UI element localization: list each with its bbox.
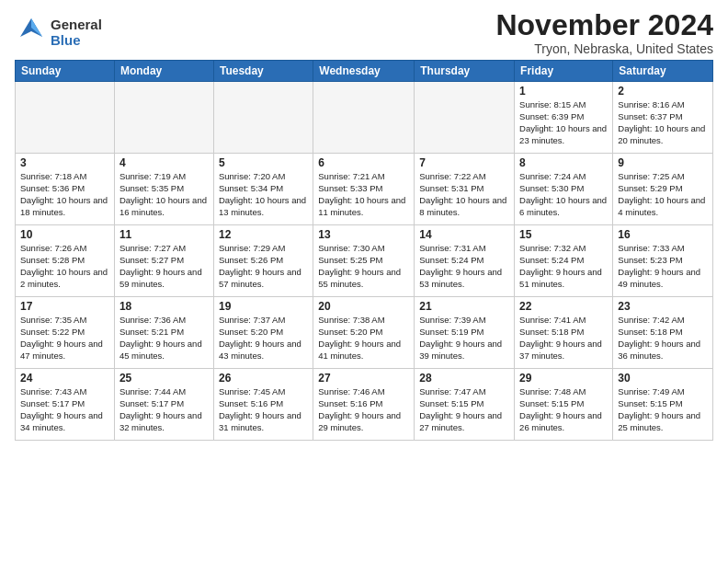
day-info: Sunrise: 7:43 AM Sunset: 5:17 PM Dayligh… <box>20 386 109 433</box>
table-row <box>415 82 515 154</box>
calendar-week-row: 17Sunrise: 7:35 AM Sunset: 5:22 PM Dayli… <box>16 297 713 369</box>
day-info: Sunrise: 8:16 AM Sunset: 6:37 PM Dayligh… <box>618 99 708 146</box>
table-row: 2Sunrise: 8:16 AM Sunset: 6:37 PM Daylig… <box>613 82 713 154</box>
day-number: 3 <box>20 156 109 169</box>
day-info: Sunrise: 7:19 AM Sunset: 5:35 PM Dayligh… <box>119 171 209 218</box>
day-info: Sunrise: 7:29 AM Sunset: 5:26 PM Dayligh… <box>219 243 308 290</box>
day-number: 15 <box>519 228 608 241</box>
calendar-week-row: 24Sunrise: 7:43 AM Sunset: 5:17 PM Dayli… <box>16 369 713 441</box>
day-number: 27 <box>318 372 409 385</box>
day-info: Sunrise: 7:39 AM Sunset: 5:19 PM Dayligh… <box>419 315 509 362</box>
table-row: 30Sunrise: 7:49 AM Sunset: 5:15 PM Dayli… <box>613 369 713 441</box>
calendar: Sunday Monday Tuesday Wednesday Thursday… <box>15 60 713 441</box>
day-info: Sunrise: 7:27 AM Sunset: 5:27 PM Dayligh… <box>119 243 209 290</box>
day-info: Sunrise: 7:41 AM Sunset: 5:18 PM Dayligh… <box>519 315 608 362</box>
day-number: 12 <box>219 228 308 241</box>
table-row <box>313 82 415 154</box>
calendar-week-row: 3Sunrise: 7:18 AM Sunset: 5:36 PM Daylig… <box>16 154 713 225</box>
day-number: 13 <box>318 228 409 241</box>
day-number: 11 <box>119 228 209 241</box>
day-number: 26 <box>219 372 308 385</box>
day-info: Sunrise: 7:20 AM Sunset: 5:34 PM Dayligh… <box>219 171 308 218</box>
table-row: 15Sunrise: 7:32 AM Sunset: 5:24 PM Dayli… <box>515 225 613 297</box>
day-number: 14 <box>419 228 509 241</box>
table-row: 23Sunrise: 7:42 AM Sunset: 5:18 PM Dayli… <box>613 297 713 369</box>
col-monday: Monday <box>114 61 213 82</box>
day-number: 7 <box>419 156 509 169</box>
table-row: 20Sunrise: 7:38 AM Sunset: 5:20 PM Dayli… <box>313 297 415 369</box>
day-number: 18 <box>119 300 209 313</box>
day-number: 22 <box>519 300 608 313</box>
day-info: Sunrise: 7:25 AM Sunset: 5:29 PM Dayligh… <box>618 171 708 218</box>
day-number: 25 <box>119 372 209 385</box>
title-block: November 2024 Tryon, Nebraska, United St… <box>495 9 713 56</box>
day-number: 23 <box>618 300 708 313</box>
day-number: 1 <box>519 85 608 98</box>
day-info: Sunrise: 7:48 AM Sunset: 5:15 PM Dayligh… <box>519 386 608 433</box>
logo-bird-svg <box>15 13 48 46</box>
day-number: 9 <box>618 156 708 169</box>
logo-icon <box>15 13 48 52</box>
day-info: Sunrise: 7:18 AM Sunset: 5:36 PM Dayligh… <box>20 171 109 218</box>
day-info: Sunrise: 7:21 AM Sunset: 5:33 PM Dayligh… <box>318 171 409 218</box>
table-row: 6Sunrise: 7:21 AM Sunset: 5:33 PM Daylig… <box>313 154 415 225</box>
table-row: 11Sunrise: 7:27 AM Sunset: 5:27 PM Dayli… <box>114 225 213 297</box>
table-row: 17Sunrise: 7:35 AM Sunset: 5:22 PM Dayli… <box>16 297 115 369</box>
table-row: 27Sunrise: 7:46 AM Sunset: 5:16 PM Dayli… <box>313 369 415 441</box>
col-thursday: Thursday <box>415 61 515 82</box>
day-number: 16 <box>618 228 708 241</box>
table-row: 10Sunrise: 7:26 AM Sunset: 5:28 PM Dayli… <box>16 225 115 297</box>
day-info: Sunrise: 7:24 AM Sunset: 5:30 PM Dayligh… <box>519 171 608 218</box>
day-info: Sunrise: 7:33 AM Sunset: 5:23 PM Dayligh… <box>618 243 708 290</box>
day-number: 8 <box>519 156 608 169</box>
day-info: Sunrise: 7:26 AM Sunset: 5:28 PM Dayligh… <box>20 243 109 290</box>
day-number: 24 <box>20 372 109 385</box>
table-row: 16Sunrise: 7:33 AM Sunset: 5:23 PM Dayli… <box>613 225 713 297</box>
table-row: 1Sunrise: 8:15 AM Sunset: 6:39 PM Daylig… <box>515 82 613 154</box>
table-row: 4Sunrise: 7:19 AM Sunset: 5:35 PM Daylig… <box>114 154 213 225</box>
table-row: 22Sunrise: 7:41 AM Sunset: 5:18 PM Dayli… <box>515 297 613 369</box>
table-row: 28Sunrise: 7:47 AM Sunset: 5:15 PM Dayli… <box>415 369 515 441</box>
table-row <box>114 82 213 154</box>
calendar-week-row: 1Sunrise: 8:15 AM Sunset: 6:39 PM Daylig… <box>16 82 713 154</box>
table-row <box>16 82 115 154</box>
col-tuesday: Tuesday <box>213 61 313 82</box>
day-info: Sunrise: 7:44 AM Sunset: 5:17 PM Dayligh… <box>119 386 209 433</box>
day-number: 28 <box>419 372 509 385</box>
day-info: Sunrise: 7:49 AM Sunset: 5:15 PM Dayligh… <box>618 386 708 433</box>
day-info: Sunrise: 7:35 AM Sunset: 5:22 PM Dayligh… <box>20 315 109 362</box>
col-wednesday: Wednesday <box>313 61 415 82</box>
day-number: 4 <box>119 156 209 169</box>
table-row: 7Sunrise: 7:22 AM Sunset: 5:31 PM Daylig… <box>415 154 515 225</box>
day-info: Sunrise: 7:31 AM Sunset: 5:24 PM Dayligh… <box>419 243 509 290</box>
table-row: 3Sunrise: 7:18 AM Sunset: 5:36 PM Daylig… <box>16 154 115 225</box>
logo: General Blue <box>15 9 102 52</box>
day-info: Sunrise: 8:15 AM Sunset: 6:39 PM Dayligh… <box>519 99 608 146</box>
day-info: Sunrise: 7:32 AM Sunset: 5:24 PM Dayligh… <box>519 243 608 290</box>
day-number: 2 <box>618 85 708 98</box>
day-number: 30 <box>618 372 708 385</box>
col-sunday: Sunday <box>16 61 115 82</box>
main-title: November 2024 <box>495 9 713 41</box>
day-number: 10 <box>20 228 109 241</box>
table-row: 21Sunrise: 7:39 AM Sunset: 5:19 PM Dayli… <box>415 297 515 369</box>
day-number: 5 <box>219 156 308 169</box>
day-info: Sunrise: 7:37 AM Sunset: 5:20 PM Dayligh… <box>219 315 308 362</box>
day-info: Sunrise: 7:22 AM Sunset: 5:31 PM Dayligh… <box>419 171 509 218</box>
table-row: 29Sunrise: 7:48 AM Sunset: 5:15 PM Dayli… <box>515 369 613 441</box>
day-info: Sunrise: 7:47 AM Sunset: 5:15 PM Dayligh… <box>419 386 509 433</box>
day-info: Sunrise: 7:46 AM Sunset: 5:16 PM Dayligh… <box>318 386 409 433</box>
day-number: 6 <box>318 156 409 169</box>
table-row: 18Sunrise: 7:36 AM Sunset: 5:21 PM Dayli… <box>114 297 213 369</box>
table-row: 19Sunrise: 7:37 AM Sunset: 5:20 PM Dayli… <box>213 297 313 369</box>
day-info: Sunrise: 7:38 AM Sunset: 5:20 PM Dayligh… <box>318 315 409 362</box>
day-number: 19 <box>219 300 308 313</box>
day-number: 17 <box>20 300 109 313</box>
table-row: 8Sunrise: 7:24 AM Sunset: 5:30 PM Daylig… <box>515 154 613 225</box>
calendar-header-row: Sunday Monday Tuesday Wednesday Thursday… <box>16 61 713 82</box>
table-row: 26Sunrise: 7:45 AM Sunset: 5:16 PM Dayli… <box>213 369 313 441</box>
logo-line1: General <box>51 17 102 33</box>
table-row: 9Sunrise: 7:25 AM Sunset: 5:29 PM Daylig… <box>613 154 713 225</box>
table-row: 5Sunrise: 7:20 AM Sunset: 5:34 PM Daylig… <box>213 154 313 225</box>
logo-line2: Blue <box>51 33 102 49</box>
